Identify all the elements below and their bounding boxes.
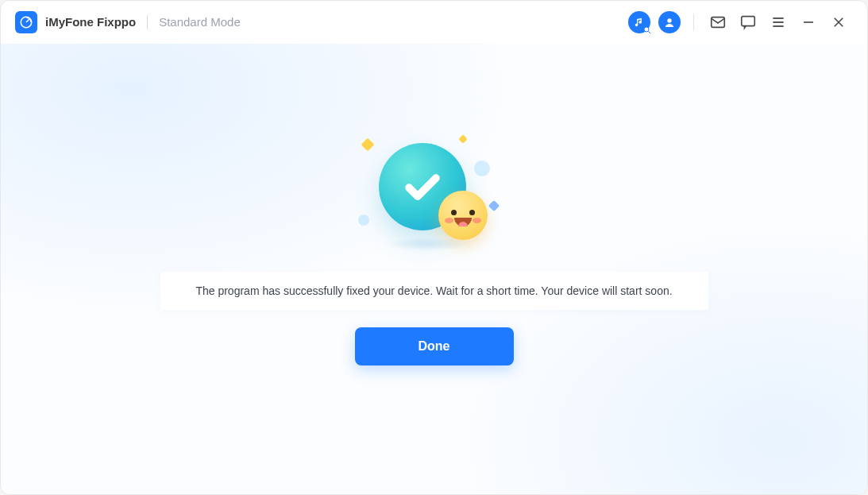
success-illustration — [363, 135, 506, 254]
mode-label: Standard Mode — [159, 15, 241, 29]
minimize-button[interactable] — [797, 11, 820, 33]
svg-point-2 — [644, 27, 649, 32]
svg-line-3 — [649, 31, 651, 33]
app-window: iMyFone Fixppo Standard Mode — [0, 0, 868, 495]
title-divider — [147, 15, 148, 29]
shadow-decor — [385, 237, 471, 251]
sparkle-icon — [361, 138, 374, 152]
chat-icon[interactable] — [737, 11, 759, 33]
menu-icon[interactable] — [767, 11, 789, 33]
music-search-icon[interactable] — [628, 11, 650, 33]
done-button[interactable]: Done — [355, 327, 514, 365]
mail-icon[interactable] — [707, 11, 729, 33]
svg-line-1 — [26, 19, 29, 22]
status-message: The program has successfully fixed your … — [195, 284, 672, 297]
titlebar: iMyFone Fixppo Standard Mode — [1, 1, 867, 44]
svg-point-4 — [667, 18, 671, 22]
app-logo-icon — [15, 11, 37, 33]
titlebar-actions — [628, 11, 850, 33]
profile-icon[interactable] — [658, 11, 681, 33]
status-message-card: The program has successfully fixed your … — [160, 272, 708, 310]
svg-rect-6 — [742, 16, 755, 25]
close-button[interactable] — [827, 11, 850, 33]
main-content: The program has successfully fixed your … — [1, 44, 867, 494]
vertical-divider — [693, 14, 694, 30]
sparkle-icon — [488, 200, 499, 211]
sparkle-icon — [458, 134, 467, 143]
app-title: iMyFone Fixppo — [45, 15, 136, 29]
bubble-decor — [358, 215, 369, 226]
bubble-decor — [474, 160, 490, 176]
smiley-face-icon — [438, 191, 488, 240]
